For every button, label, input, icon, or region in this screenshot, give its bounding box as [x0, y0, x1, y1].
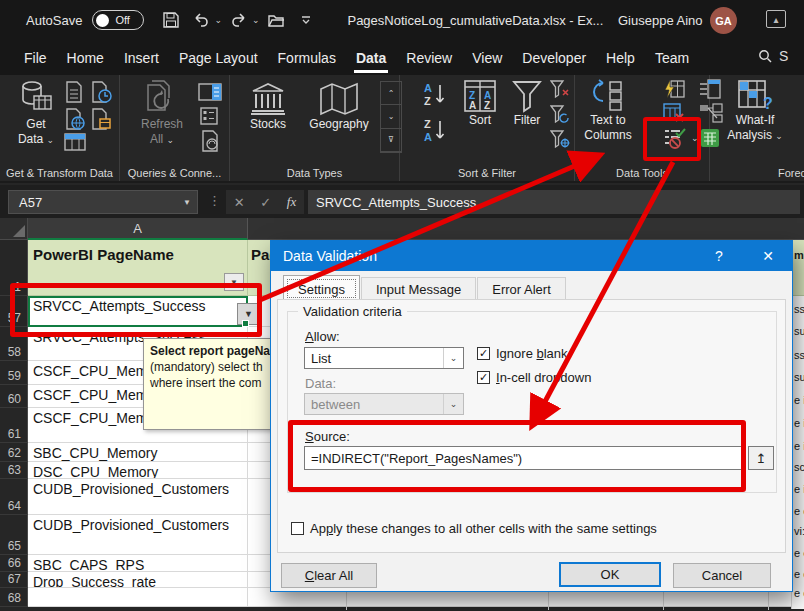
existing-connections-icon[interactable] [64, 133, 86, 151]
tab-home[interactable]: Home [57, 42, 114, 74]
tab-view[interactable]: View [462, 42, 512, 74]
select-all-corner[interactable] [0, 218, 28, 240]
flash-fill-icon[interactable] [663, 79, 685, 99]
allow-value: List [311, 351, 331, 366]
open-folder-button[interactable] [263, 7, 289, 33]
qat-customize-button[interactable] [293, 7, 319, 33]
sort-za-icon[interactable]: ZA [422, 117, 448, 143]
cancel-button[interactable]: Cancel [673, 563, 771, 588]
reapply-filter-icon[interactable] [550, 105, 570, 123]
insert-function-icon[interactable]: fx [287, 194, 296, 210]
redo-icon [230, 11, 248, 29]
clear-all-button[interactable]: Clear All [281, 563, 377, 588]
ribbon-display-options-button[interactable]: ▴ [766, 10, 786, 28]
group-label-sort-filter: Sort & Filter [400, 167, 574, 179]
from-table-range-icon[interactable] [90, 108, 112, 130]
allow-select[interactable]: List ⌄ [304, 347, 464, 369]
from-text-csv-icon[interactable] [64, 81, 84, 103]
apply-to-all-checkbox[interactable]: Apply these changes to all other cells w… [291, 521, 657, 536]
workbook-links-icon[interactable] [200, 130, 220, 152]
column-header-a[interactable]: A [28, 218, 248, 240]
row-header-62[interactable]: 62 [0, 443, 28, 462]
formula-input[interactable]: SRVCC_Attempts_Success [308, 190, 800, 214]
collapse-dialog-button[interactable]: ↥ [748, 446, 774, 470]
tab-insert[interactable]: Insert [114, 42, 169, 74]
from-web-icon[interactable] [64, 108, 86, 130]
gallery-down-icon[interactable]: ⌄ [381, 105, 401, 128]
sort-button[interactable]: ZA AZ Sort [458, 79, 502, 128]
row-header-63[interactable]: 63 [0, 462, 28, 479]
user-name[interactable]: Giuseppe Aino [618, 13, 703, 28]
ok-button[interactable]: OK [559, 562, 661, 587]
gallery-up-icon[interactable]: ⌃ [381, 82, 401, 105]
partial-cell-text: suc [794, 371, 804, 383]
clear-filter-icon[interactable] [550, 80, 570, 98]
tab-developer[interactable]: Developer [512, 42, 596, 74]
cell-A64[interactable]: CUDB_Provisioned_Customers [28, 479, 248, 515]
redo-button[interactable] [226, 7, 252, 33]
row-header-67[interactable]: 67 [0, 572, 28, 588]
dialog-tab-settings[interactable]: Settings [283, 275, 360, 302]
avatar[interactable]: GA [710, 7, 737, 34]
undo-button[interactable] [188, 7, 214, 33]
recent-sources-icon[interactable] [90, 81, 112, 103]
in-cell-dropdown-label: In-cell dropdown [496, 370, 591, 385]
formula-bar-grip[interactable]: ⋮ [208, 193, 221, 208]
search-label: S [779, 48, 788, 64]
ignore-blank-checkbox[interactable]: ✓ Ignore blank [477, 346, 568, 361]
row-header-68[interactable]: 68 [0, 588, 28, 607]
row-header-60[interactable]: 60 [0, 385, 28, 408]
tab-formulas[interactable]: Formulas [268, 42, 346, 74]
cell-A66[interactable]: SBC_CAPS_RPS [28, 555, 248, 572]
row-header-66[interactable]: 66 [0, 555, 28, 572]
data-types-gallery-scrollbar[interactable]: ⌃ ⌄ ⊽ [380, 81, 402, 153]
enter-icon[interactable]: ✓ [260, 195, 271, 210]
save-button[interactable] [158, 7, 184, 33]
sort-az-icon[interactable]: AZ [422, 81, 448, 107]
refresh-all-button[interactable]: Refresh All ⌄ [134, 79, 190, 148]
geography-button[interactable]: Geography [304, 81, 374, 132]
dialog-help-button[interactable]: ? [704, 241, 734, 271]
cell-A67[interactable]: Drop_Success_rate [28, 572, 248, 588]
name-box-chevron-icon[interactable]: ▼ [183, 198, 191, 207]
search-zone[interactable]: S [758, 48, 788, 64]
advanced-filter-icon[interactable] [550, 130, 570, 148]
redo-chevron-icon[interactable]: ⌄ [252, 15, 260, 25]
get-data-button[interactable]: Get Data ⌄ [12, 79, 60, 148]
row-header-65[interactable]: 65 [0, 515, 28, 555]
stocks-button[interactable]: Stocks [240, 81, 296, 132]
autosave-toggle[interactable]: Off [92, 10, 144, 30]
cell-A63[interactable]: DSC_CPU_Memory [28, 462, 248, 479]
text-to-columns-button[interactable]: Text to Columns [581, 79, 635, 143]
validation-criteria-label: Validation criteria [298, 304, 407, 319]
tab-help[interactable]: Help [596, 42, 645, 74]
document-title: PagesNoticeLog_cumulativeData.xlsx - Ex.… [347, 13, 603, 28]
quick-access-toolbar: ⌄ ⌄ [158, 7, 319, 33]
cancel-icon[interactable]: ✕ [234, 195, 245, 210]
cell-A62[interactable]: SBC_CPU_Memory [28, 443, 248, 462]
gallery-more-icon[interactable]: ⊽ [381, 129, 401, 152]
tab-data[interactable]: Data [346, 42, 396, 74]
sort-dialog-icon: ZA AZ [463, 79, 497, 113]
tab-review[interactable]: Review [396, 42, 462, 74]
row-header-59[interactable]: 59 [0, 361, 28, 385]
in-cell-dropdown-checkbox[interactable]: ✓ In-cell dropdown [477, 370, 591, 385]
allow-chevron-icon[interactable]: ⌄ [443, 348, 463, 368]
dialog-close-button[interactable]: ✕ [750, 241, 786, 271]
properties-icon[interactable] [200, 107, 218, 125]
filter-button[interactable]: Filter [506, 79, 548, 128]
queries-connections-icon[interactable] [198, 83, 222, 101]
tab-page-layout[interactable]: Page Layout [169, 42, 268, 74]
tab-team[interactable]: Team [645, 42, 699, 74]
data-select-disabled: between ⌄ [304, 393, 464, 415]
row-header-61[interactable]: 61 [0, 408, 28, 443]
what-if-analysis-button[interactable]: ? What-If Analysis ⌄ [724, 79, 786, 144]
name-box[interactable]: A57 ▼ [8, 190, 198, 214]
undo-chevron-icon[interactable]: ⌄ [214, 15, 222, 25]
cell-A68[interactable] [28, 588, 248, 607]
cell-A65[interactable]: CUDB_Provisioned_Customers [28, 515, 248, 555]
name-box-value: A57 [19, 195, 42, 210]
tab-file[interactable]: File [14, 42, 57, 74]
column-header-b[interactable] [248, 218, 804, 240]
row-header-64[interactable]: 64 [0, 479, 28, 515]
